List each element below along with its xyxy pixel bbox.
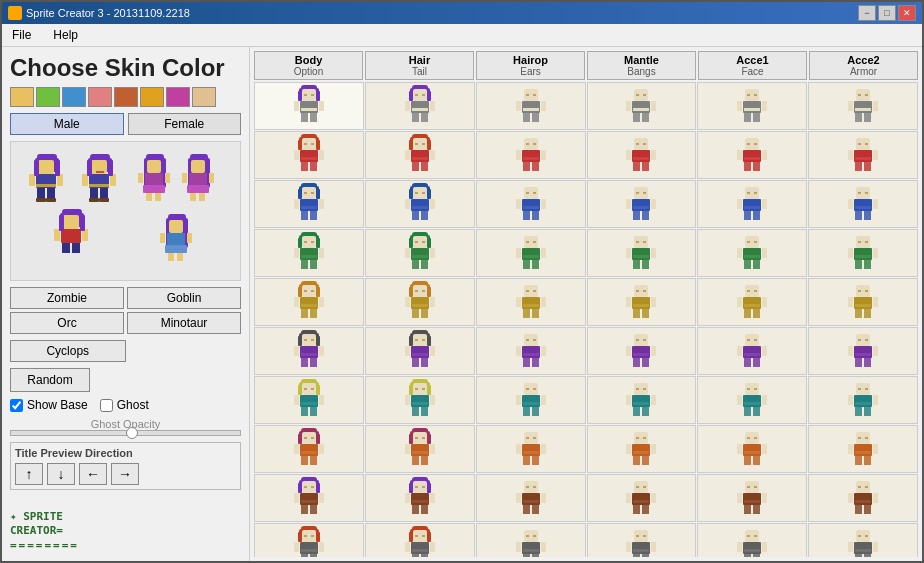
sprite-cell[interactable] — [254, 327, 364, 375]
sprite-cell[interactable] — [365, 425, 475, 473]
swatch-0[interactable] — [10, 87, 34, 107]
sprite-cell[interactable] — [587, 229, 697, 277]
sprite-cell[interactable] — [365, 278, 475, 326]
sprite-cell[interactable] — [476, 131, 586, 179]
close-button[interactable]: ✕ — [898, 5, 916, 21]
sprite-cell[interactable] — [697, 474, 807, 522]
svg-rect-781 — [298, 532, 302, 542]
svg-rect-86 — [411, 101, 429, 113]
sprite-cell[interactable] — [587, 474, 697, 522]
minimize-button[interactable]: − — [858, 5, 876, 21]
race-zombie[interactable]: Zombie — [10, 287, 124, 309]
race-minotaur[interactable]: Minotaur — [127, 312, 241, 334]
sprite-cell[interactable] — [254, 474, 364, 522]
sprite-cell[interactable] — [365, 180, 475, 228]
sprite-cell[interactable] — [476, 82, 586, 130]
swatch-6[interactable] — [166, 87, 190, 107]
sprite-cell[interactable] — [476, 376, 586, 424]
sprite-cell[interactable] — [476, 229, 586, 277]
svg-rect-349 — [642, 260, 649, 269]
sprite-cell[interactable] — [365, 229, 475, 277]
sprite-cell[interactable] — [697, 376, 807, 424]
sprite-cell[interactable] — [697, 229, 807, 277]
svg-rect-500 — [636, 339, 639, 341]
sprite-cell[interactable] — [808, 131, 918, 179]
dir-up-button[interactable]: ↑ — [15, 463, 43, 485]
sprite-cell[interactable] — [476, 523, 586, 557]
sprite-cell[interactable] — [587, 131, 697, 179]
sprite-cell[interactable] — [254, 229, 364, 277]
sprite-cell[interactable] — [587, 82, 697, 130]
svg-rect-67 — [187, 233, 192, 243]
sprite-cell[interactable] — [365, 474, 475, 522]
sprite-cell[interactable] — [254, 523, 364, 557]
sprite-cell[interactable] — [365, 131, 475, 179]
race-buttons: Zombie Goblin Orc Minotaur — [10, 287, 241, 334]
svg-rect-346 — [632, 248, 650, 260]
svg-rect-253 — [526, 192, 529, 194]
swatch-5[interactable] — [140, 87, 164, 107]
race-cyclops[interactable]: Cyclops — [10, 340, 126, 362]
dir-right-button[interactable]: → — [111, 463, 139, 485]
swatch-7[interactable] — [192, 87, 216, 107]
gender-buttons: Male Female — [10, 113, 241, 135]
male-button[interactable]: Male — [10, 113, 124, 135]
sprite-cell[interactable] — [697, 425, 807, 473]
svg-rect-65 — [177, 253, 183, 261]
sprite-cell[interactable] — [697, 523, 807, 557]
sprite-cell[interactable] — [697, 278, 807, 326]
sprite-cell[interactable] — [476, 425, 586, 473]
sprite-cell[interactable] — [587, 523, 697, 557]
dir-down-button[interactable]: ↓ — [47, 463, 75, 485]
female-button[interactable]: Female — [128, 113, 242, 135]
sprite-cell[interactable] — [365, 376, 475, 424]
race-orc[interactable]: Orc — [10, 312, 124, 334]
sprite-cell[interactable] — [808, 425, 918, 473]
sprite-cell[interactable] — [808, 229, 918, 277]
sprite-cell[interactable] — [587, 327, 697, 375]
sprite-cell[interactable] — [587, 180, 697, 228]
sprite-cell[interactable] — [587, 425, 697, 473]
svg-rect-728 — [541, 493, 546, 503]
sprite-cell[interactable] — [808, 278, 918, 326]
svg-rect-336 — [532, 260, 539, 269]
sprite-cell[interactable] — [697, 131, 807, 179]
sprite-cell[interactable] — [587, 278, 697, 326]
swatch-3[interactable] — [88, 87, 112, 107]
sprite-cell[interactable] — [808, 474, 918, 522]
show-base-checkbox[interactable] — [10, 399, 23, 412]
sprite-cell[interactable] — [808, 82, 918, 130]
sprite-cell[interactable] — [697, 82, 807, 130]
ghost-checkbox[interactable] — [100, 399, 113, 412]
sprite-cell[interactable] — [476, 474, 586, 522]
maximize-button[interactable]: □ — [878, 5, 896, 21]
dir-left-button[interactable]: ← — [79, 463, 107, 485]
sprite-cell[interactable] — [365, 327, 475, 375]
sprite-cell[interactable] — [254, 376, 364, 424]
sprite-cell[interactable] — [254, 425, 364, 473]
sprite-cell[interactable] — [365, 82, 475, 130]
sprite-cell[interactable] — [254, 82, 364, 130]
sprite-cell[interactable] — [476, 278, 586, 326]
sprite-cell[interactable] — [365, 523, 475, 557]
swatch-4[interactable] — [114, 87, 138, 107]
sprite-cell[interactable] — [697, 180, 807, 228]
random-button[interactable]: Random — [10, 368, 90, 392]
sprite-cell[interactable] — [808, 523, 918, 557]
sprite-cell[interactable] — [587, 376, 697, 424]
swatch-1[interactable] — [36, 87, 60, 107]
sprite-cell[interactable] — [697, 327, 807, 375]
swatch-2[interactable] — [62, 87, 86, 107]
sprite-cell[interactable] — [476, 180, 586, 228]
sprite-cell[interactable] — [254, 278, 364, 326]
sprite-cell[interactable] — [808, 180, 918, 228]
sprite-cell[interactable] — [808, 376, 918, 424]
sprite-cell[interactable] — [254, 180, 364, 228]
menu-help[interactable]: Help — [47, 26, 84, 44]
menu-file[interactable]: File — [6, 26, 37, 44]
race-goblin[interactable]: Goblin — [127, 287, 241, 309]
sprite-cell[interactable] — [808, 327, 918, 375]
opacity-slider[interactable] — [10, 430, 241, 436]
sprite-cell[interactable] — [254, 131, 364, 179]
sprite-cell[interactable] — [476, 327, 586, 375]
